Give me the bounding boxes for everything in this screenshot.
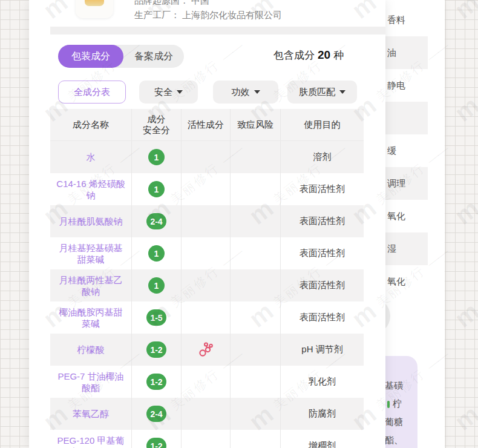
count-number: 20	[318, 48, 330, 62]
ingredient-table: 成分名称 成分安全分 活性成分 致痘风险 使用目的 水 1 溶剂 C14-16 …	[50, 109, 364, 448]
factory-value: 上海韵尔化妆品有限公司	[182, 10, 282, 20]
usage-purpose: 表面活性剂	[281, 301, 364, 334]
filter-safety-dropdown[interactable]: 安全	[139, 81, 198, 104]
tab-registered-ingredients[interactable]: 备案成分	[123, 45, 184, 68]
usage-purpose: 表面活性剂	[281, 269, 364, 301]
product-label-graphic	[85, 0, 104, 6]
safety-score-badge: 1-2	[146, 341, 166, 358]
ingredient-name-link[interactable]: PEG-120 甲基葡糖二油酸酯	[50, 430, 132, 448]
ingredient-name-link[interactable]: 月桂酰两性基乙酸钠	[50, 269, 132, 301]
summary-fragment: 柠	[387, 398, 402, 410]
safety-score-badge: 1	[148, 245, 165, 262]
side-panel-text: 湿	[387, 243, 396, 255]
filter-full-ingredient-list[interactable]: 全成分表	[58, 81, 126, 104]
ingredient-count: 包含成分20种	[273, 48, 344, 62]
side-panel-row: 湿	[385, 232, 428, 265]
safety-score-badge: 1-5	[146, 309, 166, 326]
ingredient-name-link[interactable]: 椰油酰胺丙基甜菜碱	[50, 301, 132, 334]
safety-score-badge: 1	[148, 277, 165, 294]
side-panel-row: 调理	[385, 167, 428, 200]
usage-purpose: 表面活性剂	[281, 205, 364, 237]
header-active-ingredient: 活性成分	[182, 109, 231, 140]
ingredient-name-link[interactable]: PEG-7 甘油椰油酸酯	[50, 366, 132, 398]
filter-label: 肤质匹配	[299, 87, 335, 98]
safety-score-badge: 2-4	[146, 406, 166, 422]
table-row: 月桂酰肌氨酸钠 2-4 表面活性剂	[50, 205, 364, 237]
table-row: 柠檬酸 1-2 pH 调节剂	[50, 334, 364, 366]
side-panel-row: 缓	[385, 134, 428, 167]
usage-purpose: 增稠剂	[281, 430, 364, 448]
brand-origin-label: 品牌起源国：	[134, 0, 189, 5]
section-divider	[50, 27, 385, 35]
ingredient-name-link[interactable]: C14-16 烯烃磺酸钠	[50, 173, 132, 205]
brand-watermark: m美丽修行——	[450, 241, 478, 332]
side-panel-rows: 香料 油 静电 缓 调理 氧化 湿 氧化	[385, 4, 428, 298]
chevron-down-icon	[254, 90, 260, 94]
table-row: 椰油酰胺丙基甜菜碱 1-5 表面活性剂	[50, 301, 364, 334]
brand-watermark: m美丽修行——	[450, 0, 478, 24]
product-thumbnail[interactable]	[76, 0, 113, 18]
count-prefix: 包含成分	[273, 48, 315, 62]
filter-efficacy-dropdown[interactable]: 功效	[213, 81, 278, 104]
brand-watermark: m美丽修行——	[450, 35, 478, 127]
side-panel-row: 香料	[385, 4, 428, 36]
usage-purpose: 表面活性剂	[281, 173, 364, 205]
filter-label: 全成分表	[74, 87, 110, 98]
chevron-down-icon	[339, 90, 345, 94]
side-panel-text: 油	[387, 47, 396, 59]
side-panel-row	[385, 102, 428, 134]
ingredient-name-link[interactable]: 柠檬酸	[50, 334, 132, 366]
usage-purpose: pH 调节剂	[281, 334, 364, 366]
safety-score-badge: 1-2	[146, 438, 166, 448]
factory-label: 生产工厂：	[134, 10, 180, 20]
ingredient-name-link[interactable]: 苯氧乙醇	[50, 398, 132, 430]
table-row: 水 1 溶剂	[50, 141, 364, 173]
side-panel-row: 氧化	[385, 200, 428, 232]
filter-skin-match-dropdown[interactable]: 肤质匹配	[287, 81, 357, 104]
ingredient-name-link[interactable]: 月桂基羟基磺基甜菜碱	[50, 237, 132, 269]
count-suffix: 种	[333, 48, 344, 62]
usage-purpose: 乳化剂	[281, 366, 364, 398]
safety-score-badge: 1-2	[146, 374, 166, 390]
app-page: 香料 油 静电 缓 调理 氧化 湿 氧化 基磺 柠 葡糖 酯、 品牌起源国：中国…	[0, 0, 478, 448]
filter-label: 安全	[154, 87, 172, 98]
table-row: 月桂酰两性基乙酸钠 1 表面活性剂	[50, 269, 364, 301]
usage-purpose: 防腐剂	[281, 398, 364, 430]
brand-watermark: m美丽修行——	[450, 138, 478, 229]
side-panel-text: 氧化	[387, 211, 405, 222]
ingredient-source-tabs: 包装成分 备案成分	[58, 45, 184, 68]
table-row: PEG-120 甲基葡糖二油酸酯 1-2 增稠剂	[50, 430, 364, 448]
tab-packaging-ingredients[interactable]: 包装成分	[58, 45, 123, 68]
ingredient-name-link[interactable]: 水	[50, 141, 132, 173]
active-ingredient-molecule-icon	[198, 341, 214, 358]
side-panel-row: 氧化	[385, 265, 428, 298]
summary-fragment: 酯、	[385, 435, 403, 446]
ingredient-name-link[interactable]: 月桂酰肌氨酸钠	[50, 205, 132, 237]
side-panel-text: 缓	[387, 145, 396, 157]
summary-fragment: 葡糖	[385, 417, 403, 428]
side-panel-text: 氧化	[387, 276, 405, 288]
side-panel-text: 调理	[387, 178, 405, 189]
side-panel-text: 静电	[387, 80, 405, 91]
header-usage-purpose: 使用目的	[281, 109, 364, 140]
safety-score-badge: 1	[148, 149, 165, 165]
side-panel-text: 香料	[387, 15, 405, 26]
green-dot-icon	[387, 401, 390, 408]
table-row: PEG-7 甘油椰油酸酯 1-2 乳化剂	[50, 366, 364, 398]
chevron-down-icon	[177, 90, 183, 94]
brand-watermark: m美丽修行——	[450, 344, 478, 435]
ingredient-card: 品牌起源国：中国 生产工厂：上海韵尔化妆品有限公司 包装成分 备案成分 包含成分…	[29, 0, 385, 448]
side-panel-row: 油	[385, 36, 428, 69]
summary-fragment: 基磺	[385, 380, 403, 392]
factory-line: 生产工厂：上海韵尔化妆品有限公司	[134, 8, 282, 22]
safety-score-badge: 1	[148, 181, 165, 197]
header-ingredient-name: 成分名称	[50, 109, 132, 140]
table-row: 月桂基羟基磺基甜菜碱 1 表面活性剂	[50, 237, 364, 269]
brand-origin-line: 品牌起源国：中国	[134, 0, 209, 7]
side-panel-row: 静电	[385, 69, 428, 102]
brand-origin-value: 中国	[191, 0, 209, 5]
usage-purpose: 表面活性剂	[281, 237, 364, 269]
header-acne-risk: 致痘风险	[231, 109, 281, 140]
header-safety-score: 成分安全分	[132, 109, 182, 140]
table-row: C14-16 烯烃磺酸钠 1 表面活性剂	[50, 173, 364, 205]
